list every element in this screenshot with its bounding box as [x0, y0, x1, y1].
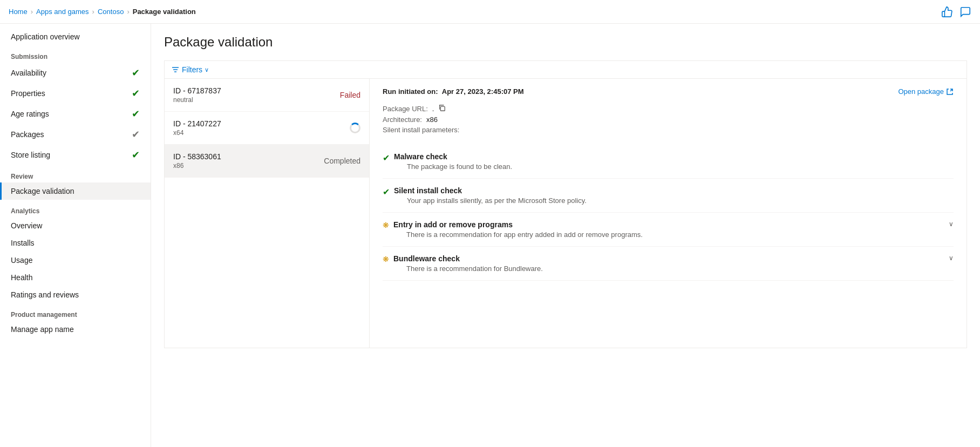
breadcrumb-current: Package validation — [133, 8, 196, 16]
sidebar-section-product-mgmt: Product management — [0, 303, 151, 321]
sidebar-item-age-ratings[interactable]: Age ratings ✔ — [0, 104, 151, 124]
sidebar-item-store-listing[interactable]: Store listing ✔ — [0, 145, 151, 165]
architecture-label: Architecture: — [383, 116, 422, 124]
sidebar-item-properties[interactable]: Properties ✔ — [0, 83, 151, 104]
architecture-row: Architecture: x86 — [383, 116, 954, 124]
top-bar: Home › Apps and games › Contoso › Packag… — [0, 0, 980, 24]
detail-header: Run initiated on: Apr 27, 2023, 2:45:07 … — [383, 87, 954, 96]
breadcrumb-apps-games[interactable]: Apps and games — [36, 8, 89, 16]
properties-check-icon: ✔ — [132, 87, 140, 99]
run-info: Run initiated on: Apr 27, 2023, 2:45:07 … — [383, 87, 524, 96]
check-item-silent-install: ✔ Silent install check Your app installs… — [383, 179, 954, 213]
add-remove-check-title: Entry in add or remove programs — [393, 220, 643, 229]
breadcrumb-contoso[interactable]: Contoso — [98, 8, 124, 16]
thumbs-up-button[interactable] — [941, 6, 953, 18]
svg-rect-3 — [441, 106, 445, 111]
bundleware-warning-icon: ❋ — [383, 255, 389, 263]
package-status-0: Failed — [340, 91, 360, 99]
package-arch-2: x86 — [173, 162, 221, 170]
package-item-2[interactable]: ID - 58363061 x86 Completed — [165, 145, 369, 178]
check-item-silent-header: ✔ Silent install check Your app installs… — [383, 186, 954, 205]
open-package-button[interactable]: Open package — [898, 87, 954, 96]
sidebar-item-ratings-reviews[interactable]: Ratings and reviews — [0, 286, 151, 303]
package-metadata: Package URL: . Architecture: x86 — [383, 104, 954, 134]
sidebar: Application overview Submission Availabi… — [0, 24, 151, 447]
breadcrumb-sep-2: › — [92, 8, 94, 16]
split-layout: ID - 67187837 neutral Failed ID - 214072… — [164, 78, 967, 348]
package-list: ID - 67187837 neutral Failed ID - 214072… — [165, 79, 370, 348]
malware-check-success-icon: ✔ — [383, 153, 390, 163]
sidebar-item-packages[interactable]: Packages ✔ — [0, 124, 151, 145]
package-url-value: . — [432, 105, 434, 113]
sidebar-item-manage-app-name[interactable]: Manage app name — [0, 321, 151, 338]
malware-check-desc: The package is found to be clean. — [407, 162, 512, 171]
package-status-loading-1 — [350, 123, 360, 133]
bundleware-expand-button[interactable]: ∨ — [949, 254, 954, 262]
breadcrumb: Home › Apps and games › Contoso › Packag… — [9, 8, 196, 16]
top-icons — [941, 6, 971, 18]
page-title: Package validation — [164, 35, 967, 50]
breadcrumb-sep-1: › — [31, 8, 33, 16]
package-id-0: ID - 67187837 — [173, 86, 221, 95]
bundleware-check-title: Bundleware check — [393, 254, 543, 263]
age-ratings-check-icon: ✔ — [132, 108, 140, 120]
filters-chevron-icon: ∨ — [205, 66, 209, 73]
sidebar-item-installs[interactable]: Installs — [0, 234, 151, 252]
silent-install-label: Silent install parameters: — [383, 126, 459, 134]
bundleware-check-desc: There is a recommendation for Bundleware… — [406, 265, 543, 273]
package-status-2: Completed — [324, 157, 360, 165]
check-list: ✔ Malware check The package is found to … — [383, 145, 954, 281]
package-id-1: ID - 21407227 — [173, 119, 221, 128]
malware-check-title: Malware check — [394, 152, 512, 161]
package-url-label: Package URL: — [383, 105, 428, 113]
sidebar-section-review: Review — [0, 165, 151, 182]
package-id-2: ID - 58363061 — [173, 152, 221, 161]
breadcrumb-sep-3: › — [127, 8, 129, 16]
sidebar-item-app-overview[interactable]: Application overview — [0, 28, 151, 45]
package-item-0[interactable]: ID - 67187837 neutral Failed — [165, 79, 369, 112]
architecture-value: x86 — [426, 116, 438, 124]
add-remove-expand-button[interactable]: ∨ — [949, 220, 954, 228]
feedback-button[interactable] — [959, 6, 971, 18]
package-item-1[interactable]: ID - 21407227 x64 — [165, 112, 369, 145]
detail-panel: Run initiated on: Apr 27, 2023, 2:45:07 … — [370, 79, 967, 348]
sidebar-item-availability[interactable]: Availability ✔ — [0, 63, 151, 83]
silent-install-row: Silent install parameters: — [383, 126, 954, 134]
sidebar-item-package-validation[interactable]: Package validation — [0, 182, 151, 200]
add-remove-check-desc: There is a recommendation for app entry … — [406, 231, 643, 239]
silent-install-check-title: Silent install check — [394, 186, 587, 195]
package-url-row: Package URL: . — [383, 104, 954, 113]
sidebar-section-submission: Submission — [0, 45, 151, 63]
main-layout: Application overview Submission Availabi… — [0, 24, 980, 447]
sidebar-item-health[interactable]: Health — [0, 269, 151, 286]
copy-url-button[interactable] — [438, 104, 446, 113]
open-package-label: Open package — [898, 87, 944, 96]
check-item-bundleware-header: ❋ Bundleware check There is a recommenda… — [383, 254, 954, 273]
filters-button[interactable]: Filters ∨ — [171, 65, 209, 74]
check-item-bundleware: ❋ Bundleware check There is a recommenda… — [383, 247, 954, 281]
add-remove-warning-icon: ❋ — [383, 221, 389, 229]
check-item-add-remove: ❋ Entry in add or remove programs There … — [383, 213, 954, 247]
check-item-add-remove-header: ❋ Entry in add or remove programs There … — [383, 220, 954, 239]
sidebar-item-overview[interactable]: Overview — [0, 217, 151, 234]
sidebar-section-analytics: Analytics — [0, 200, 151, 217]
run-initiated-label: Run initiated on: — [383, 87, 438, 96]
silent-install-check-success-icon: ✔ — [383, 187, 390, 197]
store-listing-check-icon: ✔ — [132, 149, 140, 161]
check-item-malware: ✔ Malware check The package is found to … — [383, 145, 954, 179]
silent-install-check-desc: Your app installs silently, as per the M… — [407, 197, 587, 205]
content-area: Package validation Filters ∨ ID - 671878… — [151, 24, 980, 447]
package-arch-0: neutral — [173, 96, 221, 104]
check-item-malware-header: ✔ Malware check The package is found to … — [383, 152, 954, 171]
package-arch-1: x64 — [173, 129, 221, 137]
run-initiated-value: Apr 27, 2023, 2:45:07 PM — [442, 87, 524, 96]
sidebar-item-usage[interactable]: Usage — [0, 252, 151, 269]
filter-bar: Filters ∨ — [164, 60, 967, 78]
packages-check-icon: ✔ — [132, 128, 140, 140]
availability-check-icon: ✔ — [132, 67, 140, 79]
breadcrumb-home[interactable]: Home — [9, 8, 28, 16]
filters-label: Filters — [182, 65, 202, 74]
